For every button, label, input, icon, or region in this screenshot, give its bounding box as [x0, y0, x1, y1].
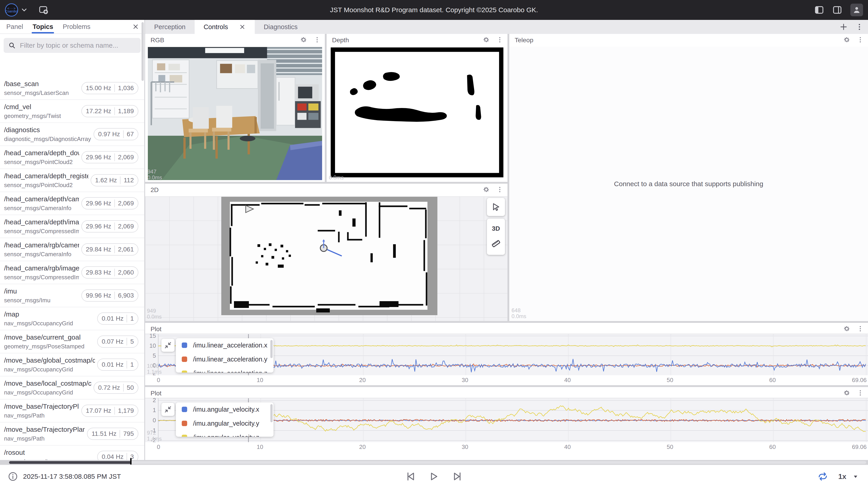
plot-y-tick: 2: [146, 397, 156, 404]
app-menu-chevron-down-icon[interactable]: [20, 6, 28, 14]
layout-tab-controls[interactable]: Controls: [195, 20, 255, 34]
add-panel-button[interactable]: [38, 5, 49, 15]
map-2d-menu-kebab-icon[interactable]: [496, 186, 503, 194]
sidebar-scrollbar[interactable]: [142, 22, 144, 81]
topic-schema: geometry_msgs/Twist: [4, 112, 79, 120]
timeline-track[interactable]: [9, 461, 866, 464]
topic-schema: diagnostic_msgs/DiagnosticArray: [4, 135, 91, 142]
topic-schema: nav_msgs/OccupancyGrid: [4, 389, 91, 396]
legend-color-swatch: [182, 421, 187, 426]
topic-row[interactable]: /head_camera/depth_downsa... sensor_msgs…: [0, 146, 144, 169]
teleop-settings-gear-icon[interactable]: [843, 36, 850, 44]
sidebar-tab-panel[interactable]: Panel: [3, 20, 26, 33]
topic-filter-input[interactable]: [20, 41, 136, 49]
topic-frequency-badge: 11.51 Hz795: [87, 428, 138, 440]
topic-row[interactable]: /move_base/TrajectoryPlann... nav_msgs/P…: [0, 399, 144, 422]
legend-item[interactable]: /imu.linear_acceleration.y: [176, 352, 274, 366]
user-account-button[interactable]: [850, 4, 863, 16]
map-cursor-tool-button[interactable]: [487, 198, 505, 216]
map-2d-panel: 2D: [145, 184, 507, 321]
topic-schema: sensor_msgs/CameraInfo: [4, 205, 79, 212]
measure-ruler-icon[interactable]: [491, 238, 501, 249]
rgb-panel-header: RGB: [145, 34, 325, 46]
rgb-menu-kebab-icon[interactable]: [313, 36, 321, 44]
plot-settings-gear-icon[interactable]: [843, 325, 850, 333]
map-3d-toggle-button[interactable]: 3D: [492, 225, 500, 232]
plot-settings-gear-icon[interactable]: [843, 389, 850, 397]
topic-schema: nav_msgs/Path: [4, 412, 79, 419]
topic-row[interactable]: /head_camera/rgb/camera_info sensor_msgs…: [0, 238, 144, 261]
topic-count: 2,060: [118, 269, 134, 276]
seek-to-end-button[interactable]: [452, 470, 464, 483]
topic-schema: sensor_msgs/CameraInfo: [4, 251, 79, 258]
plot-x-tick: 50: [667, 377, 673, 384]
topic-row[interactable]: /map nav_msgs/OccupancyGrid 0.01 Hz1: [0, 307, 144, 330]
topic-row[interactable]: /move_base/TrajectoryPlanner... nav_msgs…: [0, 422, 144, 446]
depth-image: [331, 47, 503, 177]
search-icon: [8, 41, 16, 49]
add-tab-plus-icon[interactable]: [839, 23, 848, 31]
legend-item[interactable]: /imu.angular_velocity.x: [176, 402, 274, 416]
topic-count: 1,036: [118, 85, 134, 92]
map-2d-viewport[interactable]: 3D 9490.0ms: [145, 196, 507, 321]
depth-menu-kebab-icon[interactable]: [496, 36, 503, 44]
legend-series-label: /imu.angular_velocity.y: [193, 420, 259, 427]
topic-row[interactable]: /imu sensor_msgs/Imu 99.96 Hz6,903: [0, 284, 144, 307]
topic-schema: sensor_msgs/LaserScan: [4, 90, 79, 96]
topic-row[interactable]: /head_camera/depth_registered... sensor_…: [0, 169, 144, 192]
toggle-right-sidebar-button[interactable]: [832, 5, 842, 15]
topic-row[interactable]: /move_base/current_goal geometry_msgs/Po…: [0, 330, 144, 353]
coarobo-logo[interactable]: <···> Coarobo: [5, 3, 18, 17]
plot-menu-kebab-icon[interactable]: [857, 389, 864, 397]
legend-collapse-button[interactable]: [161, 403, 175, 416]
topic-schema: sensor_msgs/Imu: [4, 297, 79, 304]
tab-close-icon[interactable]: [239, 24, 246, 30]
topic-row[interactable]: /move_base/global_costmap/cost... nav_ms…: [0, 353, 144, 377]
layout-tab-diagnostics[interactable]: Diagnostics: [255, 20, 307, 34]
topic-row[interactable]: /rosout rosgraph_msgs/Log 0.04 Hz3: [0, 446, 144, 460]
topic-row[interactable]: /head_camera/depth/image_r... sensor_msg…: [0, 215, 144, 238]
teleop-content: Connect to a data source that supports p…: [509, 46, 868, 321]
topic-row[interactable]: /diagnostics diagnostic_msgs/DiagnosticA…: [0, 123, 144, 146]
topic-name: /head_camera/rgb/camera_info: [4, 241, 79, 249]
legend-scrollbar[interactable]: [270, 404, 273, 422]
rgb-settings-gear-icon[interactable]: [300, 36, 307, 44]
sidebar-close-icon[interactable]: [132, 23, 139, 30]
legend-collapse-button[interactable]: [161, 339, 175, 352]
legend-item[interactable]: /imu.linear_acceleration.x: [176, 338, 274, 352]
toggle-left-sidebar-button[interactable]: [814, 5, 824, 15]
play-button[interactable]: [428, 470, 440, 483]
layout-tab-perception[interactable]: Perception: [145, 20, 195, 34]
topic-name: /imu: [4, 287, 79, 295]
map-2d-panel-header: 2D: [145, 184, 507, 196]
teleop-menu-kebab-icon[interactable]: [857, 36, 864, 44]
plot-x-tick: 30: [462, 444, 468, 451]
tab-bar-kebab-icon[interactable]: [855, 23, 864, 31]
sidebar-tab-problems[interactable]: Problems: [59, 20, 94, 33]
map-2d-settings-gear-icon[interactable]: [483, 186, 490, 194]
topic-hz: 17.22 Hz: [86, 107, 111, 115]
depth-settings-gear-icon[interactable]: [483, 36, 490, 44]
topic-count: 1,179: [118, 407, 134, 414]
plot-menu-kebab-icon[interactable]: [857, 325, 864, 333]
topic-row[interactable]: /head_camera/depth/camera... sensor_msgs…: [0, 192, 144, 215]
playback-timeline[interactable]: [0, 460, 868, 464]
plot-panel-angular-velocity: Plot 210-1-2 010203040506069.06 9721.4ms…: [145, 387, 868, 460]
legend-item[interactable]: /imu.linear_acceleration.z: [176, 366, 274, 372]
topic-row[interactable]: /move_base/local_costmap/cost... nav_msg…: [0, 377, 144, 399]
plot-x-tick: 20: [359, 444, 366, 451]
topic-name: /base_scan: [4, 80, 79, 88]
collapse-arrows-icon: [164, 405, 172, 414]
legend-item[interactable]: /imu.angular_velocity.z: [176, 430, 274, 437]
seek-to-start-button[interactable]: [404, 470, 416, 483]
topic-row[interactable]: /base_scan sensor_msgs/LaserScan 15.00 H…: [0, 77, 144, 100]
topic-name: /move_base/TrajectoryPlanner...: [4, 426, 85, 433]
rgb-panel-title: RGB: [151, 37, 164, 44]
legend-item[interactable]: /imu.angular_velocity.y: [176, 416, 274, 430]
topic-row[interactable]: /head_camera/rgb/image_ra... sensor_msgs…: [0, 261, 144, 284]
sidebar-tab-topics[interactable]: Topics: [29, 20, 56, 33]
topic-hz: 0.97 Hz: [98, 131, 120, 138]
legend-scrollbar[interactable]: [270, 340, 273, 358]
legend-color-swatch: [182, 407, 187, 412]
topic-row[interactable]: /cmd_vel geometry_msgs/Twist 17.22 Hz1,1…: [0, 100, 144, 123]
